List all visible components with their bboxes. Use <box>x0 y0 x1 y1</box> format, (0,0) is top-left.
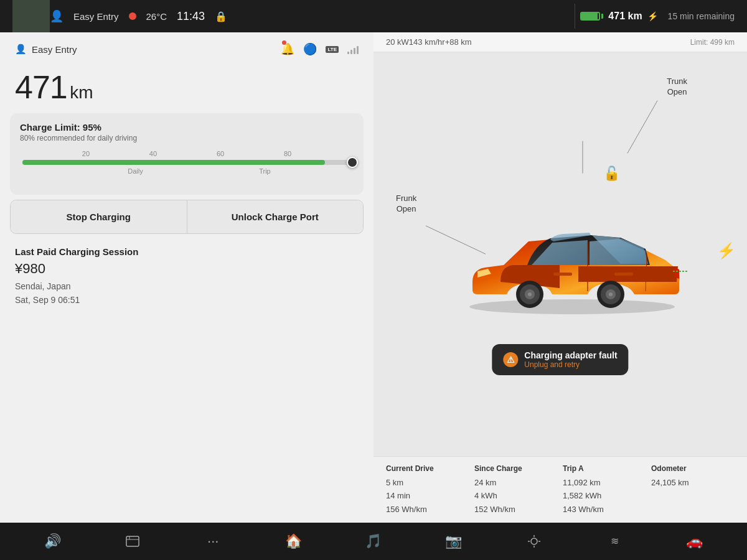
car-illustration <box>454 185 690 322</box>
charging-side-bolt-icon: ⚡ <box>717 242 736 259</box>
trunk-label: TrunkOpen <box>667 77 687 98</box>
fault-banner: ⚠ Charging adapter fault Unplug and retr… <box>492 344 628 375</box>
car-lock-icon: 🔓 <box>603 166 620 182</box>
battery-km-label: 471 km <box>608 11 642 22</box>
left-easy-entry: 👤 Easy Entry <box>15 44 77 55</box>
trip-label: Trip <box>259 167 271 175</box>
stat-power: 20 kW <box>386 37 409 47</box>
stat-since-charge: Since Charge 24 km 4 kWh 152 Wh/km <box>474 464 558 516</box>
current-drive-efficiency: 156 Wh/km <box>386 503 469 516</box>
since-charge-header: Since Charge <box>474 464 558 473</box>
slider-fill <box>22 160 325 165</box>
main-screen: 👤 Easy Entry 🔔 🔵 LTE 471 km <box>0 32 747 523</box>
status-lock-icon: 🔒 <box>215 11 227 22</box>
left-panel: 👤 Easy Entry 🔔 🔵 LTE 471 km <box>0 32 374 523</box>
status-easy-entry-label: Easy Entry <box>73 11 119 22</box>
music-icon[interactable]: 🎵 <box>360 528 387 555</box>
stat-limit: Limit: 499 km <box>690 38 735 47</box>
stat-trip-a: Trip A 11,092 km 1,582 kWh 143 Wh/km <box>563 464 646 516</box>
slider-track[interactable] <box>22 160 351 165</box>
current-drive-time: 14 min <box>386 490 469 502</box>
slider-label-60: 60 <box>217 150 224 157</box>
left-easy-entry-label: Easy Entry <box>32 44 77 55</box>
status-bar-right: 471 km ⚡ 15 min remaining <box>580 11 735 22</box>
car-area: FrunkOpen TrunkOpen 🔓 ⚡ <box>374 52 747 456</box>
range-km-value: 471 <box>15 69 67 105</box>
home-icon[interactable]: 🏠 <box>280 528 307 555</box>
stat-current-drive: Current Drive 5 km 14 min 156 Wh/km <box>386 464 469 516</box>
last-session-title: Last Paid Charging Session <box>15 246 359 257</box>
range-display: 471 km <box>0 61 374 108</box>
more-icon[interactable]: ··· <box>199 528 227 555</box>
stop-charging-button[interactable]: Stop Charging <box>11 200 187 233</box>
person-icon: 👤 <box>50 9 63 23</box>
status-temperature: 26°C <box>146 11 167 22</box>
svg-rect-11 <box>553 273 572 276</box>
climate-icon[interactable] <box>520 528 548 555</box>
frunk-label: FrunkOpen <box>396 194 416 215</box>
fault-subtitle: Unplug and retry <box>524 360 617 369</box>
signal-bar-3 <box>354 48 355 54</box>
odometer-header: Odometer <box>651 464 735 473</box>
status-time: 11:43 <box>177 10 205 23</box>
person-icon-left: 👤 <box>15 44 27 55</box>
signal-bars <box>347 44 359 54</box>
right-panel: 20 kW 143 km/hr +88 km Limit: 499 km Fru… <box>374 32 747 523</box>
bottom-stats: Current Drive 5 km 14 min 156 Wh/km Sinc… <box>374 456 747 523</box>
since-charge-efficiency: 152 Wh/km <box>474 503 558 516</box>
current-drive-header: Current Drive <box>386 464 469 473</box>
left-top-bar: 👤 Easy Entry 🔔 🔵 LTE <box>0 32 374 61</box>
svg-point-0 <box>469 299 675 314</box>
fault-title: Charging adapter fault <box>524 350 617 360</box>
status-red-dot <box>129 12 136 20</box>
range-unit-label: km <box>70 83 93 102</box>
stat-odometer: Odometer 24,105 km <box>651 464 735 516</box>
svg-rect-17 <box>126 536 139 546</box>
map-thumbnail <box>12 0 50 32</box>
bluetooth-icon[interactable]: 🔵 <box>303 42 317 56</box>
charge-limit-title: Charge Limit: 95% <box>20 122 354 133</box>
camera-icon[interactable]: 📷 <box>440 528 467 555</box>
stat-speed: 143 km/hr <box>409 37 445 47</box>
status-bar-left: 👤 Easy Entry 26°C 11:43 🔒 <box>50 9 570 23</box>
fault-warning-icon: ⚠ <box>503 352 518 367</box>
right-top-stats: 20 kW 143 km/hr +88 km Limit: 499 km <box>374 32 747 52</box>
media-icon[interactable] <box>119 528 146 555</box>
signal-bar-2 <box>350 50 352 54</box>
slider-labels: 20 40 60 80 <box>20 150 354 157</box>
last-session: Last Paid Charging Session ¥980 Sendai, … <box>0 234 374 315</box>
charge-slider-container: 20 40 60 80 Daily Trip <box>20 150 354 175</box>
battery-status: 471 km ⚡ <box>580 11 657 22</box>
unlock-charge-port-button[interactable]: Unlock Charge Port <box>187 200 364 233</box>
slider-label-80: 80 <box>284 150 291 157</box>
slider-thumb[interactable] <box>347 157 358 168</box>
action-buttons: Stop Charging Unlock Charge Port <box>10 200 364 234</box>
volume-icon[interactable]: 🔊 <box>39 528 66 555</box>
since-charge-energy: 4 kWh <box>474 490 558 502</box>
slider-label-40: 40 <box>149 150 157 157</box>
svg-rect-12 <box>614 273 633 276</box>
trunk-label-text: TrunkOpen <box>667 77 687 96</box>
fan-icon[interactable]: ≋ <box>601 528 628 555</box>
taskbar: 🔊 ··· 🏠 🎵 📷 ≋ 🚗 <box>0 523 747 560</box>
svg-point-6 <box>528 292 532 296</box>
daily-label: Daily <box>128 167 143 175</box>
trip-a-header: Trip A <box>563 464 646 473</box>
left-icons: 🔔 🔵 LTE <box>281 42 359 56</box>
stat-added: +88 km <box>445 37 472 47</box>
battery-fill <box>581 13 597 19</box>
svg-point-10 <box>609 292 613 296</box>
charging-bolt-icon: ⚡ <box>647 11 658 21</box>
charge-limit-subtitle: 80% recommended for daily driving <box>20 134 354 142</box>
slider-daily-trip-labels: Daily Trip <box>20 167 354 175</box>
svg-line-15 <box>627 101 657 153</box>
since-charge-distance: 24 km <box>474 477 558 489</box>
odometer-distance: 24,105 km <box>651 477 735 489</box>
charge-limit-card: Charge Limit: 95% 80% recommended for da… <box>10 113 364 195</box>
slider-label-20: 20 <box>82 150 90 157</box>
car-icon[interactable]: 🚗 <box>680 528 708 555</box>
trip-a-energy: 1,582 kWh <box>563 490 646 502</box>
last-session-city: Sendai, Japan <box>15 281 71 291</box>
status-divider <box>575 4 575 29</box>
svg-text:≋: ≋ <box>610 536 618 546</box>
